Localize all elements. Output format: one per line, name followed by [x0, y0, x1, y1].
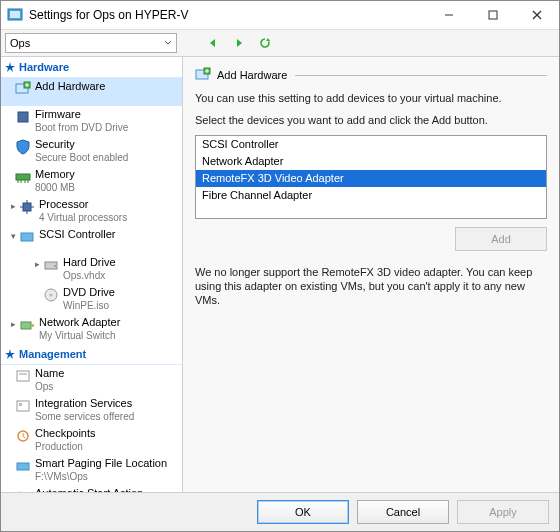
description-2: Select the devices you want to add and c…: [195, 113, 547, 127]
hard-drive-icon: [43, 257, 59, 273]
sidebar-item-scsi-controller[interactable]: ▾ SCSI Controller: [1, 226, 182, 254]
refresh-button[interactable]: [255, 33, 275, 53]
cancel-button[interactable]: Cancel: [357, 500, 449, 524]
svg-rect-20: [23, 203, 31, 211]
add-hardware-icon: [195, 67, 211, 83]
section-header: Add Hardware: [195, 67, 547, 83]
sidebar-item-memory[interactable]: Memory8000 MB: [1, 166, 182, 196]
sidebar-group-management: Management: [1, 344, 182, 365]
settings-window: Settings for Ops on HYPER-V Ops Hardware: [0, 0, 560, 532]
add-button[interactable]: Add: [455, 227, 547, 251]
svg-rect-25: [21, 233, 33, 241]
chevron-down-icon: [164, 37, 172, 49]
list-item[interactable]: RemoteFX 3D Video Adapter: [196, 170, 546, 187]
ok-button[interactable]: OK: [257, 500, 349, 524]
svg-marker-7: [237, 39, 242, 47]
svg-point-29: [50, 294, 53, 297]
chip-icon: [15, 109, 31, 125]
svg-rect-1: [10, 11, 20, 18]
maximize-button[interactable]: [471, 1, 515, 29]
sidebar-item-name[interactable]: NameOps: [1, 365, 182, 395]
list-item[interactable]: SCSI Controller: [196, 136, 546, 153]
shield-icon: [15, 139, 31, 155]
app-icon: [7, 7, 23, 23]
body: Hardware Add Hardware FirmwareBoot from …: [1, 57, 559, 492]
vm-selector-value: Ops: [10, 37, 30, 49]
svg-rect-31: [31, 324, 34, 327]
close-button[interactable]: [515, 1, 559, 29]
svg-rect-36: [19, 403, 22, 406]
sidebar-item-firmware[interactable]: FirmwareBoot from DVD Drive: [1, 106, 182, 136]
svg-rect-30: [21, 322, 31, 329]
sidebar-item-security[interactable]: SecuritySecure Boot enabled: [1, 136, 182, 166]
toolbar: Ops: [1, 30, 559, 57]
minimize-button[interactable]: [427, 1, 471, 29]
section-title: Add Hardware: [217, 69, 287, 81]
svg-rect-35: [17, 401, 29, 411]
expander-icon[interactable]: ▸: [7, 319, 19, 329]
tag-icon: [15, 368, 31, 384]
svg-marker-9: [5, 62, 15, 72]
svg-marker-32: [5, 349, 15, 359]
svg-rect-3: [489, 11, 497, 19]
expander-icon[interactable]: ▸: [31, 259, 43, 269]
window-title: Settings for Ops on HYPER-V: [29, 8, 427, 22]
apply-button[interactable]: Apply: [457, 500, 549, 524]
processor-icon: [19, 199, 35, 215]
expander-icon[interactable]: ▾: [7, 231, 19, 241]
checkpoint-icon: [15, 428, 31, 444]
folder-icon: [15, 458, 31, 474]
window-controls: [427, 1, 559, 29]
dialog-footer: OK Cancel Apply: [1, 492, 559, 531]
svg-rect-15: [16, 174, 30, 180]
sidebar-item-network-adapter[interactable]: ▸ Network AdapterMy Virtual Switch: [1, 314, 182, 344]
sidebar-item-smart-paging[interactable]: Smart Paging File LocationF:\VMs\Ops: [1, 455, 182, 485]
sidebar-item-add-hardware[interactable]: Add Hardware: [1, 78, 182, 106]
list-item[interactable]: Network Adapter: [196, 153, 546, 170]
vm-selector[interactable]: Ops: [5, 33, 177, 53]
content-pane: Add Hardware You can use this setting to…: [183, 57, 559, 492]
svg-marker-6: [210, 39, 215, 47]
controller-icon: [19, 229, 35, 245]
svg-marker-8: [266, 38, 270, 41]
star-icon: [5, 349, 15, 359]
device-listbox[interactable]: SCSI Controller Network Adapter RemoteFX…: [195, 135, 547, 219]
sidebar-group-hardware: Hardware: [1, 57, 182, 78]
nav-back-button[interactable]: [203, 33, 223, 53]
titlebar: Settings for Ops on HYPER-V: [1, 1, 559, 30]
star-icon: [5, 62, 15, 72]
sidebar-item-checkpoints[interactable]: CheckpointsProduction: [1, 425, 182, 455]
list-item[interactable]: Fibre Channel Adapter: [196, 187, 546, 204]
sidebar[interactable]: Hardware Add Hardware FirmwareBoot from …: [1, 57, 183, 492]
sidebar-item-hard-drive[interactable]: ▸ Hard DriveOps.vhdx: [1, 254, 182, 284]
sidebar-item-dvd-drive[interactable]: DVD DriveWinPE.iso: [1, 284, 182, 314]
sidebar-item-auto-start[interactable]: Automatic Start ActionRestart if previou…: [1, 485, 182, 492]
svg-rect-38: [17, 463, 29, 470]
sidebar-item-processor[interactable]: ▸ Processor4 Virtual processors: [1, 196, 182, 226]
memory-icon: [15, 169, 31, 185]
services-icon: [15, 398, 31, 414]
sidebar-item-integration-services[interactable]: Integration ServicesSome services offere…: [1, 395, 182, 425]
divider: [295, 75, 547, 76]
description-1: You can use this setting to add devices …: [195, 91, 547, 105]
note-text: We no longer support the RemoteFX 3D vid…: [195, 265, 547, 307]
dvd-icon: [43, 287, 59, 303]
nav-forward-button[interactable]: [229, 33, 249, 53]
network-icon: [19, 317, 35, 333]
svg-point-27: [54, 265, 56, 267]
svg-rect-33: [17, 371, 29, 381]
expander-icon[interactable]: ▸: [7, 201, 19, 211]
svg-rect-14: [18, 112, 28, 122]
add-hardware-icon: [15, 81, 31, 97]
